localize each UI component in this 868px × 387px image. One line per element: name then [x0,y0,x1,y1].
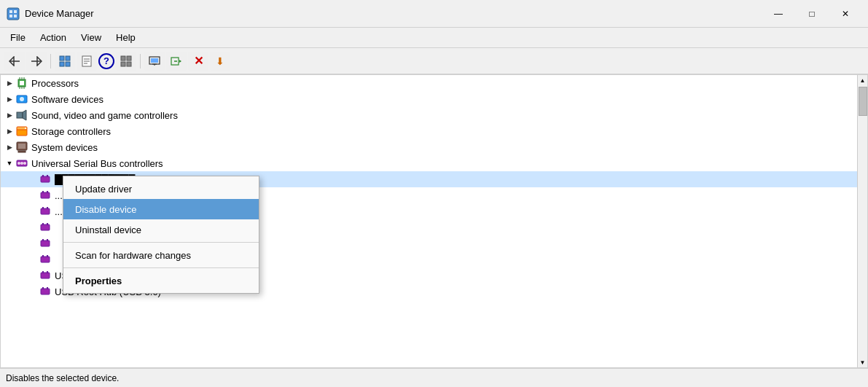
app-icon [6,7,20,21]
maximize-button[interactable]: □ [795,3,829,25]
device-tree[interactable]: ▶ Processors ▶ [1,75,857,367]
expand-sound[interactable]: ▶ [4,109,15,121]
ctx-scan-hardware[interactable]: Scan for hardware changes [63,245,259,265]
icon-storage [15,125,28,138]
expand-storage[interactable]: ▶ [4,125,15,137]
svg-rect-3 [9,15,12,17]
label-system: System devices [31,142,98,153]
help-button[interactable]: ? [98,53,114,69]
svg-rect-54 [47,191,48,193]
device-manager-button[interactable] [55,52,75,71]
icon-usb-child2 [39,189,52,202]
ctx-update-driver[interactable]: Update driver [63,179,259,199]
menu-view[interactable]: View [74,30,109,45]
ctx-properties[interactable]: Properties [63,270,259,291]
svg-rect-24 [151,58,158,63]
svg-rect-60 [47,223,48,225]
menu-bar: File Action View Help [0,28,868,48]
menu-file[interactable]: File [3,30,33,45]
tree-item-processors[interactable]: ▶ Processors [1,75,857,91]
icon-sound [15,109,28,122]
tree-item-sound[interactable]: ▶ Sound, video and game controllers [1,107,857,123]
label-sound: Sound, video and game controllers [31,110,178,121]
toolbar-sep-2 [140,54,141,69]
title-bar: Device Manager — □ ✕ [0,0,868,28]
menu-action[interactable]: Action [33,30,74,45]
svg-rect-59 [42,223,44,225]
svg-rect-19 [121,62,125,66]
svg-rect-71 [42,287,44,289]
svg-rect-61 [41,241,50,246]
svg-rect-2 [14,10,17,13]
forward-button[interactable] [26,52,47,71]
scrollbar[interactable]: ▲ ▼ [857,75,867,367]
close-button[interactable]: ✕ [829,3,862,25]
toolbar: ? ✕ ⬇ [0,48,868,74]
main-area: ▶ Processors ▶ [0,74,868,368]
svg-rect-53 [42,191,44,193]
icon-system [15,141,28,154]
svg-rect-1 [9,10,12,13]
expand-software[interactable]: ▶ [4,93,15,105]
svg-rect-49 [41,176,50,182]
ctx-sep-1 [63,242,259,243]
tree-item-system[interactable]: ▶ System devices [1,139,857,155]
svg-rect-4 [14,15,17,17]
icon-software [15,93,28,106]
expand-processors[interactable]: ▶ [4,77,15,89]
icon-processors [15,77,28,90]
ctx-sep-2 [63,267,259,268]
svg-rect-17 [121,56,125,60]
window-controls: — □ ✕ [762,3,862,25]
icon-usb-child5 [39,237,52,250]
svg-rect-12 [66,62,70,66]
scan-button[interactable]: ⬇ [210,52,230,71]
icon-usb-root-hub-30 [39,285,52,298]
svg-point-47 [20,162,23,165]
label-software: Software devices [31,94,103,105]
svg-marker-38 [23,110,26,120]
back-button[interactable] [4,52,25,71]
icon-usb-child6 [39,253,52,266]
expand-usb[interactable]: ▼ [4,157,15,169]
minimize-button[interactable]: — [762,3,795,25]
monitor-button[interactable] [144,52,165,71]
svg-rect-10 [66,56,70,60]
expand-system[interactable]: ▶ [4,141,15,153]
status-text: Disables the selected device. [6,373,119,383]
ctx-uninstall-device[interactable]: Uninstall device [63,219,259,240]
window-title: Device Manager [25,8,762,19]
context-menu: Update driver Disable device Uninstall d… [63,176,259,294]
svg-rect-65 [42,255,44,257]
svg-rect-66 [47,255,48,257]
tree-item-storage[interactable]: ▶ Storage controllers [1,123,857,139]
view-resources-button[interactable] [116,52,136,71]
svg-rect-0 [7,8,19,20]
scroll-thumb[interactable] [859,87,867,116]
svg-rect-64 [41,257,50,262]
properties-button[interactable] [77,52,97,71]
svg-rect-70 [41,289,50,294]
add-device-button[interactable] [166,52,187,71]
tree-item-usb[interactable]: ▼ Universal Serial Bus controllers [1,155,857,171]
label-storage: Storage controllers [31,126,111,137]
ctx-disable-device[interactable]: Disable device [63,199,259,219]
svg-rect-62 [42,239,44,241]
tree-item-software[interactable]: ▶ Software devices [1,91,857,107]
status-bar: Disables the selected device. [0,368,868,387]
svg-rect-18 [127,56,131,60]
svg-rect-57 [47,207,48,209]
icon-usb-child1 [39,173,52,186]
svg-rect-63 [47,239,48,241]
icon-usb [15,157,28,170]
scroll-track[interactable] [858,85,867,357]
svg-rect-68 [42,271,44,273]
uninstall-button[interactable]: ✕ [188,52,208,71]
svg-point-48 [23,162,26,165]
icon-usb-child3 [39,205,52,218]
scroll-up[interactable]: ▲ [858,75,868,85]
scroll-down[interactable]: ▼ [858,357,868,367]
svg-rect-52 [41,192,50,198]
svg-point-41 [25,128,26,129]
menu-help[interactable]: Help [109,30,143,45]
